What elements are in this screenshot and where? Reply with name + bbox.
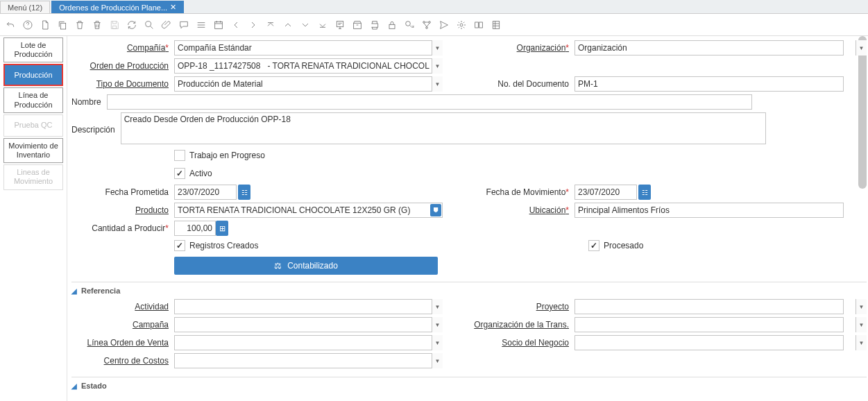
dropdown-icon[interactable]: ▼ — [856, 40, 867, 56]
delete2-icon[interactable] — [91, 19, 103, 31]
dropdown-icon[interactable]: ▼ — [432, 40, 443, 56]
label-tipo-documento: Tipo de Documento — [71, 76, 174, 89]
lock-icon[interactable] — [386, 19, 398, 31]
down-icon[interactable] — [299, 19, 312, 31]
collapse-icon[interactable]: ◢ — [71, 287, 77, 295]
field-organizacion[interactable] — [575, 40, 844, 56]
section-referencia: ◢ Referencia Actividad ▼ Proyecto ▼ — [71, 282, 867, 370]
field-fecha-movimiento[interactable] — [575, 185, 637, 200]
search-icon[interactable] — [143, 19, 155, 31]
scrollbar-thumb[interactable] — [858, 36, 867, 189]
sidebar-item-prueba-qc: Prueba QC — [3, 114, 63, 137]
product-info-icon[interactable] — [473, 19, 485, 31]
field-tipo-documento[interactable] — [174, 76, 443, 92]
field-orden-produccion[interactable] — [174, 58, 443, 74]
field-proyecto[interactable] — [575, 299, 844, 314]
label-fecha-movimiento: Fecha de Movimiento* — [443, 185, 575, 197]
undo-icon[interactable] — [4, 19, 17, 31]
dropdown-icon[interactable]: ▼ — [432, 317, 443, 332]
product-lookup-icon[interactable]: ⛊ — [430, 204, 441, 216]
label-descripcion: Descripción — [71, 122, 121, 135]
dropdown-icon[interactable]: ▼ — [432, 76, 443, 92]
sidebar-item-linea-produccion[interactable]: Línea de Producción — [3, 87, 63, 112]
grid-icon[interactable] — [195, 19, 207, 31]
refresh-icon[interactable] — [126, 19, 138, 31]
sidebar-item-movimiento-inventario[interactable]: Movimiento de Inventario — [3, 138, 63, 163]
delete-icon[interactable] — [74, 19, 86, 31]
calendar-icon[interactable]: ☷ — [638, 185, 651, 200]
svg-point-10 — [426, 26, 428, 28]
field-centro-costos[interactable] — [174, 353, 443, 368]
svg-rect-12 — [475, 22, 479, 28]
svg-point-8 — [423, 21, 425, 23]
calendar-icon[interactable] — [212, 19, 225, 31]
label-centro-costos: Centro de Costos — [71, 353, 174, 366]
field-socio-negocio[interactable] — [575, 335, 844, 350]
tab-menu[interactable]: Menú (12) — [0, 1, 50, 13]
calendar-icon[interactable]: ☷ — [238, 185, 250, 200]
field-linea-orden-venta[interactable] — [174, 335, 443, 350]
dropdown-icon[interactable]: ▼ — [856, 317, 867, 332]
dropdown-icon[interactable]: ▼ — [856, 299, 867, 314]
app-tabs: Menú (12) Ordenes de Producción Plane...… — [0, 0, 868, 14]
checkbox-activo[interactable] — [174, 168, 185, 179]
svg-rect-4 — [337, 21, 343, 26]
next-icon[interactable] — [247, 19, 259, 31]
prev-icon[interactable] — [230, 19, 242, 31]
request-icon[interactable] — [438, 19, 450, 31]
tab-active-label: Ordenes de Producción Plane... — [59, 3, 167, 12]
contabilizado-button[interactable]: ⚖ Contabilizado — [174, 257, 438, 275]
label-registros-creados: Registros Creados — [189, 241, 258, 250]
svg-point-11 — [460, 24, 463, 26]
attach-icon[interactable] — [160, 19, 173, 31]
up-icon[interactable] — [282, 19, 294, 31]
last-icon[interactable] — [316, 19, 329, 31]
field-fecha-prometida[interactable] — [174, 185, 237, 200]
zoom-across-icon[interactable] — [403, 19, 416, 31]
calculator-icon[interactable]: ⊞ — [216, 221, 228, 236]
field-actividad[interactable] — [174, 299, 443, 314]
new-icon[interactable] — [39, 19, 51, 31]
label-cantidad-producir: Cantidad a Producir* — [71, 221, 174, 233]
label-compania: Compañía* — [71, 40, 174, 53]
section-title: Estado — [81, 382, 107, 390]
dropdown-icon[interactable]: ▼ — [856, 335, 867, 350]
archive-icon[interactable] — [351, 19, 364, 31]
report-icon[interactable] — [334, 19, 346, 31]
help-icon[interactable] — [22, 19, 34, 31]
tab-produccion-plan[interactable]: Ordenes de Producción Plane... ✕ — [51, 1, 184, 13]
label-org-trans: Organización de la Trans. — [443, 317, 575, 330]
sidebar: Lote de Producción Producción Línea de P… — [0, 36, 67, 401]
close-icon[interactable]: ✕ — [170, 3, 176, 12]
field-compania[interactable] — [174, 40, 443, 56]
field-ubicacion[interactable] — [575, 203, 844, 218]
dropdown-icon[interactable]: ▼ — [432, 299, 443, 314]
first-icon[interactable] — [264, 19, 277, 31]
label-procesado: Procesado — [604, 241, 643, 250]
field-no-documento[interactable] — [575, 76, 844, 92]
gear-icon[interactable] — [455, 19, 468, 31]
chat-icon[interactable] — [178, 19, 190, 31]
dropdown-icon[interactable]: ▼ — [432, 58, 443, 74]
export-csv-icon[interactable] — [490, 19, 502, 31]
sidebar-item-produccion[interactable]: Producción — [3, 64, 63, 86]
field-producto[interactable] — [174, 203, 443, 218]
svg-rect-5 — [354, 23, 361, 28]
field-campana[interactable] — [174, 317, 443, 332]
label-orden-produccion: Orden de Producción — [71, 58, 174, 71]
field-cantidad-producir[interactable] — [174, 221, 216, 236]
dropdown-icon[interactable]: ▼ — [432, 353, 443, 368]
workflow-icon[interactable] — [420, 19, 433, 31]
collapse-icon[interactable]: ◢ — [71, 382, 77, 390]
field-org-trans[interactable] — [575, 317, 844, 332]
copy-icon[interactable] — [56, 19, 69, 31]
checkbox-trabajo-progreso[interactable] — [174, 150, 185, 161]
svg-rect-1 — [60, 23, 65, 29]
field-nombre[interactable] — [107, 94, 752, 110]
section-title: Referencia — [81, 287, 120, 295]
save-icon[interactable] — [108, 19, 121, 31]
sidebar-item-lote-produccion[interactable]: Lote de Producción — [3, 37, 63, 62]
field-descripcion[interactable]: Creado Desde Orden de Producción OPP-18 — [121, 112, 766, 144]
print-icon[interactable] — [368, 19, 381, 31]
dropdown-icon[interactable]: ▼ — [432, 335, 443, 350]
